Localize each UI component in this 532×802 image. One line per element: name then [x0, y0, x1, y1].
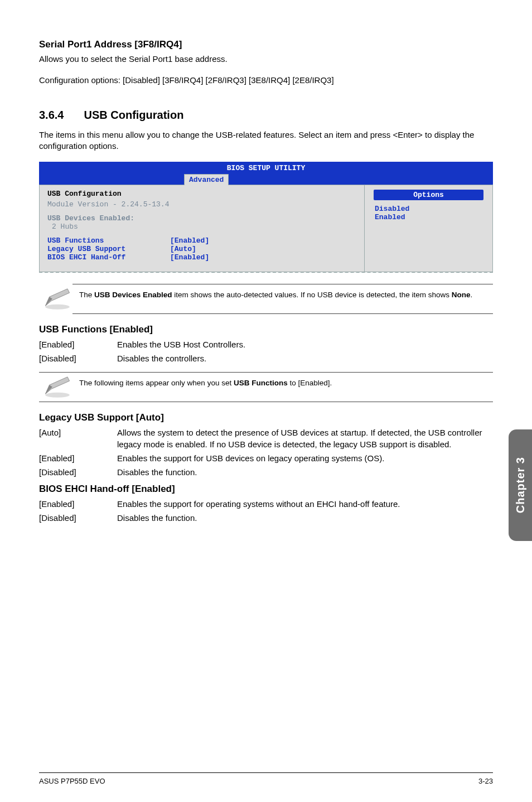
def-key: [Disabled] [39, 466, 117, 478]
bios-tab-advanced[interactable]: Advanced [184, 174, 229, 185]
note-text: The USB Devices Enabled item shows the a… [79, 290, 472, 300]
bios-option-usb-functions[interactable]: USB Functions [Enabled] [47, 236, 356, 245]
bios-header: BIOS SETUP UTILITY Advanced [39, 162, 493, 185]
def-val: Enables the support for operating system… [117, 498, 493, 510]
def-row: [Enabled] Enables the support for operat… [39, 498, 493, 510]
bios-devices-enabled-label: USB Devices Enabled: [47, 214, 356, 223]
def-row: [Auto] Allows the system to detect the p… [39, 427, 493, 450]
bios-option-value: [Enabled] [170, 253, 209, 262]
svg-point-3 [45, 393, 69, 398]
bios-devices-enabled-value: 2 Hubs [52, 223, 356, 231]
svg-marker-2 [45, 297, 52, 306]
footer-page-number: 3-23 [478, 777, 493, 785]
bios-option-name: Legacy USB Support [47, 245, 170, 253]
bios-option-item-enabled[interactable]: Enabled [375, 213, 487, 221]
bios-option-value: [Enabled] [170, 236, 209, 245]
bios-option-ehci-handoff[interactable]: BIOS EHCI Hand-Off [Enabled] [47, 253, 356, 262]
bios-bottom-dash [39, 272, 493, 273]
pencil-icon [42, 374, 67, 400]
section-heading: 3.6.4USB Configuration [39, 109, 493, 122]
serial-port-desc-2: Configuration options: [Disabled] [3F8/I… [39, 75, 493, 86]
def-row: [Enabled] Enables the support for USB de… [39, 452, 493, 464]
svg-marker-4 [45, 377, 69, 394]
def-val: Enables the support for USB devices on l… [117, 452, 493, 464]
svg-marker-1 [45, 289, 69, 306]
bios-right-panel: Options Disabled Enabled [364, 185, 492, 272]
note-text: The following items appear only when you… [79, 378, 332, 388]
legacy-usb-heading: Legacy USB Support [Auto] [39, 412, 493, 423]
bios-option-name: BIOS EHCI Hand-Off [47, 253, 170, 262]
chapter-side-tab-label: Chapter 3 [514, 457, 527, 513]
bios-option-name: USB Functions [47, 236, 170, 245]
note-usb-devices-enabled: The USB Devices Enabled item shows the a… [72, 284, 493, 314]
def-val: Allows the system to detect the presence… [117, 427, 493, 450]
pencil-icon [42, 286, 67, 312]
serial-port-desc-1: Allows you to select the Serial Port1 ba… [39, 54, 493, 65]
footer-product: ASUS P7P55D EVO [39, 777, 105, 785]
section-title: USB Configuration [84, 109, 183, 121]
def-val: Enables the USB Host Controllers. [117, 339, 493, 350]
serial-port-heading: Serial Port1 Address [3F8/IRQ4] [39, 39, 493, 50]
page-footer: ASUS P7P55D EVO 3-23 [39, 775, 493, 785]
bios-option-item-disabled[interactable]: Disabled [375, 205, 487, 213]
def-key: [Enabled] [39, 498, 117, 510]
svg-marker-5 [45, 385, 52, 394]
bios-config-title: USB Configuration [47, 190, 356, 198]
bios-option-legacy-usb[interactable]: Legacy USB Support [Auto] [47, 245, 356, 253]
def-key: [Disabled] [39, 352, 117, 364]
def-row: [Disabled] Disables the controllers. [39, 352, 493, 364]
bios-setup-box: BIOS SETUP UTILITY Advanced USB Configur… [39, 162, 493, 273]
def-key: [Auto] [39, 427, 117, 450]
def-key: [Enabled] [39, 452, 117, 464]
def-key: [Disabled] [39, 512, 117, 524]
ehci-handoff-heading: BIOS EHCI Hand-off [Enabled] [39, 484, 493, 495]
bios-left-panel: USB Configuration Module Version - 2.24.… [40, 185, 364, 272]
section-number: 3.6.4 [39, 109, 64, 122]
note-usb-functions-followup: The following items appear only when you… [39, 372, 493, 402]
def-row: [Disabled] Disables the function. [39, 466, 493, 478]
def-row: [Enabled] Enables the USB Host Controlle… [39, 339, 493, 350]
def-val: Disables the controllers. [117, 352, 493, 364]
def-row: [Disabled] Disables the function. [39, 512, 493, 524]
usb-functions-heading: USB Functions [Enabled] [39, 324, 493, 335]
bios-module-version: Module Version - 2.24.5-13.4 [47, 200, 356, 209]
def-val: Disables the function. [117, 466, 493, 478]
section-intro: The items in this menu allow you to chan… [39, 129, 493, 152]
bios-options-header: Options [374, 190, 483, 200]
footer-divider [39, 772, 493, 773]
bios-option-value: [Auto] [170, 245, 196, 253]
chapter-side-tab: Chapter 3 [509, 429, 532, 541]
svg-point-0 [45, 305, 69, 310]
bios-title: BIOS SETUP UTILITY [39, 164, 493, 173]
def-val: Disables the function. [117, 512, 493, 524]
def-key: [Enabled] [39, 339, 117, 350]
bios-body: USB Configuration Module Version - 2.24.… [39, 185, 493, 272]
